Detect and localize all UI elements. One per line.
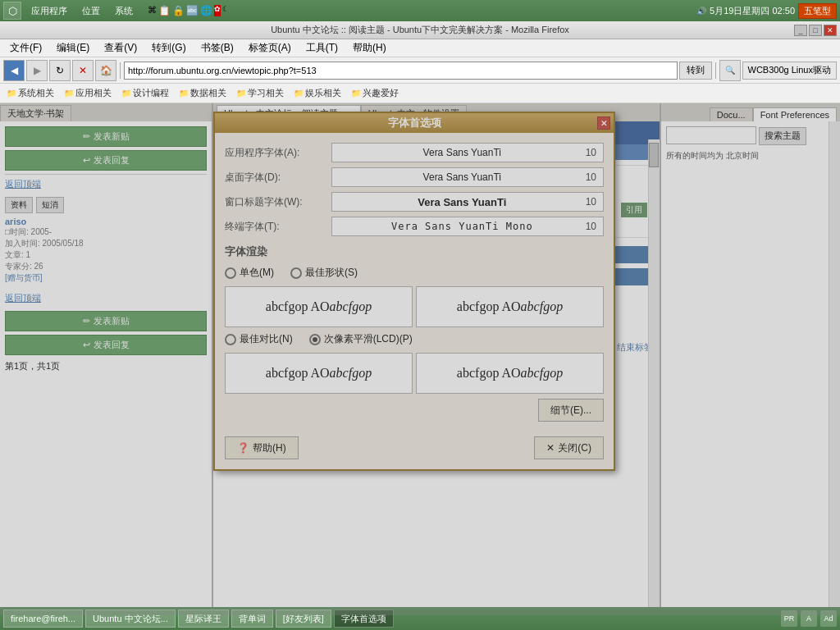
menu-file[interactable]: 文件(F)	[3, 39, 48, 57]
go-button[interactable]: 转到	[679, 62, 712, 80]
toolbar-sep2	[715, 62, 716, 79]
folder-icon-1: 📁	[7, 89, 16, 98]
bookmark-label-7: 兴趣爱好	[363, 87, 399, 99]
bookmark-3[interactable]: 📁 设计编程	[118, 86, 172, 100]
address-bar[interactable]	[124, 62, 678, 80]
bookmark-label-5: 学习相关	[248, 87, 284, 99]
content-area: 天地文学·书架 ✏ 发表新贴 ↩ 发表回复 返回顶端 资料	[0, 103, 840, 615]
bookmark-5[interactable]: 📁 学习相关	[233, 86, 287, 100]
folder-icon-5: 📁	[236, 89, 246, 98]
menu-bookmarks[interactable]: 书签(B)	[194, 39, 240, 57]
folder-icon-3: 📁	[121, 89, 131, 98]
app-menu-icon[interactable]: ⬡	[3, 2, 21, 20]
bookmark-label-1: 系统相关	[18, 87, 54, 99]
search-addon-label: WCB300g Linux驱动	[742, 62, 838, 80]
bookmark-7[interactable]: 📁 兴趣爱好	[348, 86, 402, 100]
maximize-button[interactable]: □	[809, 25, 822, 36]
bookmarks-bar: 📁 系统相关 📁 应用相关 📁 设计编程 📁 数据相关 📁 学习相关 📁	[0, 84, 840, 103]
dialog-overlay	[0, 103, 840, 615]
folder-icon-6: 📁	[294, 89, 304, 98]
folder-icon-7: 📁	[351, 89, 361, 98]
folder-icon-4: 📁	[179, 89, 189, 98]
forward-button[interactable]: ▶	[26, 60, 48, 81]
tray-icon-5: 🌐	[200, 5, 212, 16]
menu-edit[interactable]: 编辑(E)	[50, 39, 96, 57]
tray-icon-3: 🔒	[172, 5, 185, 16]
close-button[interactable]: ✕	[824, 25, 837, 36]
bookmark-label-3: 设计编程	[133, 87, 169, 99]
menu-goto[interactable]: 转到(G)	[145, 39, 192, 57]
home-button[interactable]: 🏠	[95, 60, 116, 81]
system-taskbar: ⬡ 应用程序 位置 系统 ⌘ 📋 🔒 🔤 🌐 ✿ ☾ 🔊 5月19日星期四 02…	[0, 0, 840, 21]
browser-titlebar: Ubuntu 中文论坛 :: 阅读主题 - Ubuntu下中文完美解决方案 - …	[0, 21, 840, 39]
stop-button[interactable]: ✕	[72, 60, 94, 81]
menu-view[interactable]: 查看(V)	[98, 39, 144, 57]
bookmark-label-6: 娱乐相关	[305, 87, 341, 99]
back-button[interactable]: ◀	[3, 60, 25, 81]
tray-icon-4: 🔤	[186, 5, 199, 16]
tray-icon-7: ☾	[222, 5, 229, 16]
nav-toolbar: ◀ ▶ ↻ ✕ 🏠 转到 🔍 WCB300g Linux驱动	[0, 57, 840, 84]
tray-icon-6: ✿	[214, 5, 221, 16]
minimize-button[interactable]: _	[794, 25, 807, 36]
bookmark-6[interactable]: 📁 娱乐相关	[290, 86, 345, 100]
bookmark-1[interactable]: 📁 系统相关	[3, 86, 57, 100]
browser-title: Ubuntu 中文论坛 :: 阅读主题 - Ubuntu下中文完美解决方案 - …	[271, 24, 569, 36]
search-icon: 🔍	[719, 60, 741, 81]
bookmark-label-4: 数据相关	[190, 87, 226, 99]
window-controls: _ □ ✕	[794, 25, 837, 36]
bookmark-2[interactable]: 📁 应用相关	[61, 86, 115, 100]
volume-icon[interactable]: 🔊	[696, 7, 706, 16]
menu-tabs[interactable]: 标签页(A)	[242, 39, 298, 57]
bookmark-4[interactable]: 📁 数据相关	[176, 86, 230, 100]
toolbar-sep	[120, 62, 121, 79]
folder-icon-2: 📁	[64, 89, 74, 98]
menu-help[interactable]: 帮助(H)	[346, 39, 393, 57]
places-menu[interactable]: 位置	[77, 3, 105, 19]
system-taskbar-icons: ⬡	[3, 2, 21, 20]
system-menu[interactable]: 系统	[110, 3, 138, 19]
tray-icon-1: ⌘	[148, 5, 157, 16]
clock-area: 🔊 5月19日星期四 02:50 五笔型	[696, 3, 837, 19]
input-method[interactable]: 五笔型	[798, 3, 837, 19]
reload-button[interactable]: ↻	[49, 60, 71, 81]
menu-tools[interactable]: 工具(T)	[299, 39, 345, 57]
app-menu[interactable]: 应用程序	[26, 3, 72, 19]
tray-icon-2: 📋	[158, 5, 171, 16]
bookmark-label-2: 应用相关	[75, 87, 112, 99]
clock: 5月19日星期四 02:50	[710, 5, 795, 17]
browser-menubar: 文件(F) 编辑(E) 查看(V) 转到(G) 书签(B) 标签页(A) 工具(…	[0, 39, 840, 57]
